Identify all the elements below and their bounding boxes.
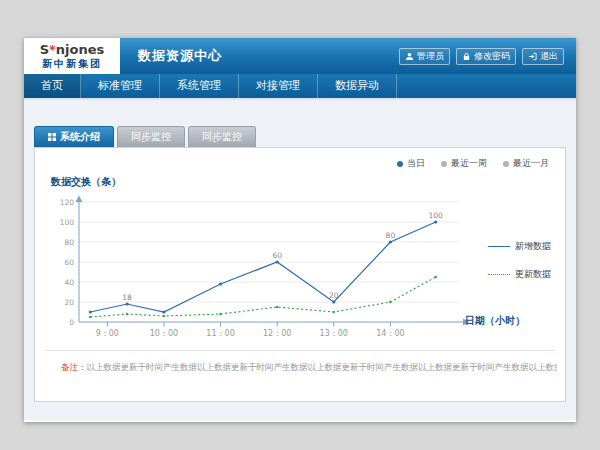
svg-text:12：00: 12：00 — [263, 329, 291, 338]
svg-text:60: 60 — [272, 251, 282, 260]
nav-item-standard-mgmt[interactable]: 标准管理 — [81, 74, 160, 98]
svg-text:120: 120 — [60, 198, 75, 207]
svg-text:14：00: 14：00 — [376, 329, 404, 338]
y-axis-title: 数据交换（条） — [51, 175, 121, 189]
tab-system-intro[interactable]: 系统介绍 — [34, 126, 114, 147]
logout-button[interactable]: 退出 — [522, 48, 564, 65]
lock-icon — [462, 52, 471, 61]
grid-icon — [48, 133, 56, 141]
admin-button[interactable]: 管理员 — [399, 48, 450, 65]
period-filter-today[interactable]: 当日 — [397, 157, 425, 170]
svg-text:11：00: 11：00 — [206, 329, 234, 338]
nav-item-data-change[interactable]: 数据异动 — [318, 74, 397, 98]
nav-item-system-mgmt[interactable]: 系统管理 — [160, 74, 239, 98]
nav-item-home[interactable]: 首页 — [24, 74, 81, 98]
svg-text:60: 60 — [64, 258, 74, 267]
svg-text:80: 80 — [64, 238, 74, 247]
line-chart: 0204060801001209：0010：0011：0012：0013：001… — [49, 194, 499, 348]
logout-icon — [528, 52, 537, 61]
user-icon — [405, 52, 414, 61]
tab-bar: 系统介绍 同步监控 同步监控 — [34, 126, 576, 147]
period-filter-week[interactable]: 最近一周 — [441, 157, 487, 170]
logo: S*njones 新中新集团 — [24, 38, 120, 74]
header: S*njones 新中新集团 数据资源中心 管理员 修改密码 — [24, 38, 576, 74]
remark-text: 以上数据更新于时间产生数据以上数据更新于时间产生数据以上数据更新于时间产生数据以… — [87, 362, 558, 372]
panel-divider — [45, 350, 555, 351]
svg-text:40: 40 — [64, 278, 74, 287]
svg-text:13：00: 13：00 — [320, 329, 348, 338]
legend-item-updated-data[interactable]: 更新数据 — [488, 268, 551, 281]
svg-text:18: 18 — [122, 293, 132, 302]
svg-text:100: 100 — [429, 211, 444, 220]
legend-item-new-data[interactable]: 新增数据 — [488, 240, 551, 253]
nav-item-integration-mgmt[interactable]: 对接管理 — [239, 74, 318, 98]
remark-label: 备注： — [61, 362, 87, 372]
period-dot — [503, 161, 509, 167]
svg-text:20: 20 — [329, 291, 339, 300]
svg-text:10：00: 10：00 — [150, 329, 178, 338]
svg-text:100: 100 — [60, 218, 75, 227]
tab-sync-monitor-1[interactable]: 同步监控 — [117, 126, 185, 147]
svg-text:20: 20 — [64, 298, 74, 307]
remark: 备注：以上数据更新于时间产生数据以上数据更新于时间产生数据以上数据更新于时间产生… — [61, 362, 557, 374]
header-bar: 数据资源中心 管理员 修改密码 — [120, 38, 576, 74]
app-window: S*njones 新中新集团 数据资源中心 管理员 修改密码 — [24, 38, 576, 422]
content-area: 系统介绍 同步监控 同步监控 当日 最近一周 — [24, 100, 576, 420]
period-dot — [441, 161, 447, 167]
x-axis-title: 日期（小时） — [465, 314, 525, 328]
series-legend: 新增数据 更新数据 — [488, 240, 551, 281]
svg-text:80: 80 — [386, 231, 396, 240]
header-actions: 管理员 修改密码 退出 — [399, 48, 564, 65]
period-filter-month[interactable]: 最近一月 — [503, 157, 549, 170]
logo-brand: S*njones — [40, 43, 105, 57]
main-nav: 首页 标准管理 系统管理 对接管理 数据异动 — [24, 74, 576, 100]
logo-star-icon: * — [49, 42, 56, 57]
logo-company: 新中新集团 — [42, 58, 102, 69]
chart-panel: 当日 最近一周 最近一月 数据交换（条） 0204060801001209：00… — [34, 147, 566, 402]
legend-line-sample — [488, 274, 510, 275]
svg-text:9：00: 9：00 — [96, 329, 119, 338]
period-dot — [397, 161, 403, 167]
legend-line-sample — [488, 246, 510, 247]
period-filter-legend: 当日 最近一周 最近一月 — [397, 157, 549, 170]
app-title: 数据资源中心 — [138, 47, 222, 65]
tab-sync-monitor-2[interactable]: 同步监控 — [188, 126, 256, 147]
change-password-button[interactable]: 修改密码 — [456, 48, 516, 65]
svg-text:0: 0 — [69, 318, 74, 327]
